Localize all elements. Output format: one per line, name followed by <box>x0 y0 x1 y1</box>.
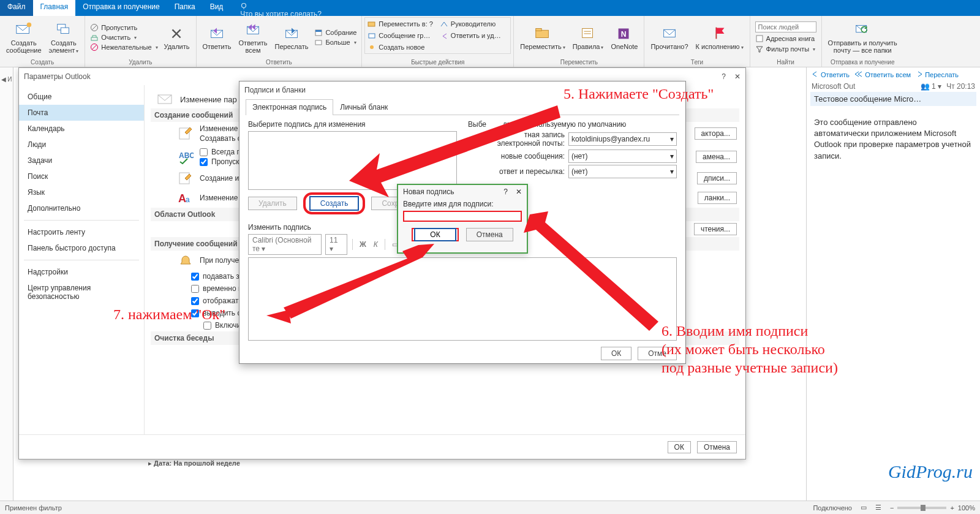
nav-item-advanced[interactable]: Дополнительно <box>19 200 144 216</box>
read-icon <box>660 25 679 42</box>
sig-size-dropdown[interactable]: 11 ▾ <box>325 234 347 255</box>
qs-new[interactable]: Создать новое <box>368 42 436 52</box>
sig-create-button[interactable]: Создать <box>309 196 360 211</box>
read-button[interactable]: Прочитано? <box>649 23 689 51</box>
rules-label: Правила <box>573 43 604 50</box>
flag-icon <box>710 25 729 42</box>
meeting-reply-button[interactable]: Собрание <box>314 28 356 37</box>
meeting-label: Собрание <box>325 29 356 36</box>
forward-label: Переслать <box>275 43 309 50</box>
tell-me[interactable]: Что вы хотите сделать? <box>234 0 328 16</box>
zoom-slider[interactable] <box>897 507 946 509</box>
nav-item-trustcenter[interactable]: Центр управления безопасностью <box>19 280 144 304</box>
new-item-button[interactable]: Создать элемент <box>48 20 80 55</box>
rules-button[interactable]: Правила <box>571 23 605 51</box>
junk-button[interactable]: Нежелательные <box>90 43 157 51</box>
sig-ok-button[interactable]: ОК <box>601 347 631 360</box>
svg-rect-18 <box>315 40 322 45</box>
editor-options-button[interactable]: актора... <box>695 127 737 140</box>
tab-send-receive[interactable]: Отправка и получение <box>75 0 167 16</box>
clean-button[interactable]: Очистить <box>90 33 157 42</box>
close-icon[interactable]: ✕ <box>516 187 522 196</box>
tab-file[interactable]: Файл <box>0 0 33 16</box>
qs-team-label: Сообщение гр… <box>379 32 430 39</box>
sendrecv-button[interactable]: Отправить и получить почту — все папки <box>827 20 899 55</box>
move-button[interactable]: Переместить <box>519 23 566 51</box>
pencil-page-icon <box>178 126 194 141</box>
nav-item-mail[interactable]: Почта <box>19 105 144 121</box>
onenote-button[interactable]: NOneNote <box>609 23 639 51</box>
nav-item-calendar[interactable]: Календарь <box>19 121 144 137</box>
nav-item-addins[interactable]: Надстройки <box>19 264 144 280</box>
view-normal-icon[interactable]: ▭ <box>861 504 867 512</box>
new-sig-cancel-button[interactable]: Отмена <box>466 228 513 241</box>
sig-reply-dropdown[interactable]: (нет)▾ <box>568 165 677 178</box>
nav-item-ribbon[interactable]: Настроить ленту <box>19 224 144 240</box>
rp-replyall-button[interactable]: Ответить всем <box>854 71 911 78</box>
addressbook-button[interactable]: Адресная книга <box>755 34 816 43</box>
reply-label: Ответить <box>203 43 232 50</box>
view-reading-icon[interactable]: ☰ <box>875 504 881 512</box>
people-search-input[interactable] <box>755 21 816 32</box>
sig-account-dropdown[interactable]: kotoldiniups@yandex.ru▾ <box>568 132 677 146</box>
tab-view[interactable]: Вид <box>203 0 231 16</box>
sig-new-dropdown[interactable]: (нет)▾ <box>568 149 677 163</box>
followup-button[interactable]: К исполнению <box>695 23 745 51</box>
filter-button[interactable]: Фильтр почты <box>755 45 816 53</box>
filter-label: Фильтр почты <box>766 45 810 53</box>
mail-date-group[interactable]: ▸ Дата: На прошлой неделе <box>148 459 240 467</box>
reading-pane-button[interactable]: чтения... <box>694 223 737 235</box>
qs-move[interactable]: Переместить в: ? <box>368 19 436 29</box>
nav-item-people[interactable]: Люди <box>19 137 144 153</box>
new-message-button[interactable]: Создать сообщение <box>5 20 43 55</box>
signature-editor[interactable] <box>248 257 677 341</box>
delete-button[interactable]: Удалить <box>163 23 191 51</box>
zoom-out-button[interactable]: − <box>890 504 894 512</box>
rp-forward-button[interactable]: Переслать <box>916 71 959 78</box>
sig-tab-signature[interactable]: Электронная подпись <box>246 99 333 115</box>
autocorrect-button[interactable]: амена... <box>696 151 737 163</box>
nav-item-search[interactable]: Поиск <box>19 168 144 184</box>
rp-from: Microsoft Out <box>812 82 855 91</box>
help-button[interactable]: ? <box>503 187 508 196</box>
reply-button[interactable]: Ответить <box>202 23 233 51</box>
junk-icon <box>90 43 99 51</box>
new-sig-name-input[interactable] <box>403 211 522 222</box>
italic-button[interactable]: К <box>372 240 380 249</box>
qs-team[interactable]: Сообщение гр… <box>368 31 436 41</box>
folder-pane-collapsed[interactable]: ◀ И <box>0 67 13 501</box>
stationery-button[interactable]: ланки... <box>698 192 737 204</box>
svg-point-0 <box>242 4 246 8</box>
signatures-button[interactable]: дписи... <box>697 172 737 184</box>
nav-item-tasks[interactable]: Задачи <box>19 153 144 168</box>
sig-tab-stationery[interactable]: Личный бланк <box>333 99 394 115</box>
rp-reply-button[interactable]: Ответить <box>812 71 850 78</box>
sig-cancel-button[interactable]: Отме <box>638 347 677 360</box>
nav-item-language[interactable]: Язык <box>19 184 144 200</box>
ignore-button[interactable]: Пропустить <box>90 23 157 32</box>
signature-list[interactable] <box>248 131 457 190</box>
new-sig-ok-button[interactable]: ОК <box>414 228 456 241</box>
forward-button[interactable]: Переслать <box>274 23 310 51</box>
qs-manager[interactable]: Руководителю <box>440 19 508 29</box>
tab-home[interactable]: Главная <box>33 0 76 16</box>
nav-item-qat[interactable]: Панель быстрого доступа <box>19 240 144 256</box>
zoom-in-button[interactable]: + <box>950 504 954 512</box>
options-ok-button[interactable]: ОК <box>668 441 691 453</box>
status-filter: Применен фильтр <box>5 504 62 512</box>
more-respond-button[interactable]: Больше <box>314 38 356 47</box>
tab-folder[interactable]: Папка <box>167 0 203 16</box>
options-cancel-button[interactable]: Отмена <box>697 441 737 453</box>
rp-people-icon[interactable]: 👥 1 ▾ <box>921 82 941 91</box>
help-button[interactable]: ? <box>722 72 726 81</box>
close-icon[interactable]: ✕ <box>734 72 741 81</box>
qs-replydel[interactable]: Ответить и уд… <box>440 31 508 41</box>
group-find: Адресная книга Фильтр почты Найти <box>750 16 822 67</box>
nav-item-general[interactable]: Общие <box>19 89 144 105</box>
sig-font-dropdown[interactable]: Calibri (Основной те ▾ <box>248 234 322 255</box>
junk-label: Нежелательные <box>101 43 151 51</box>
bold-button[interactable]: Ж <box>358 240 368 249</box>
replyall-button[interactable]: Ответить всем <box>238 20 269 55</box>
new-item-label: Создать элемент <box>49 39 79 54</box>
svg-rect-17 <box>315 30 322 32</box>
